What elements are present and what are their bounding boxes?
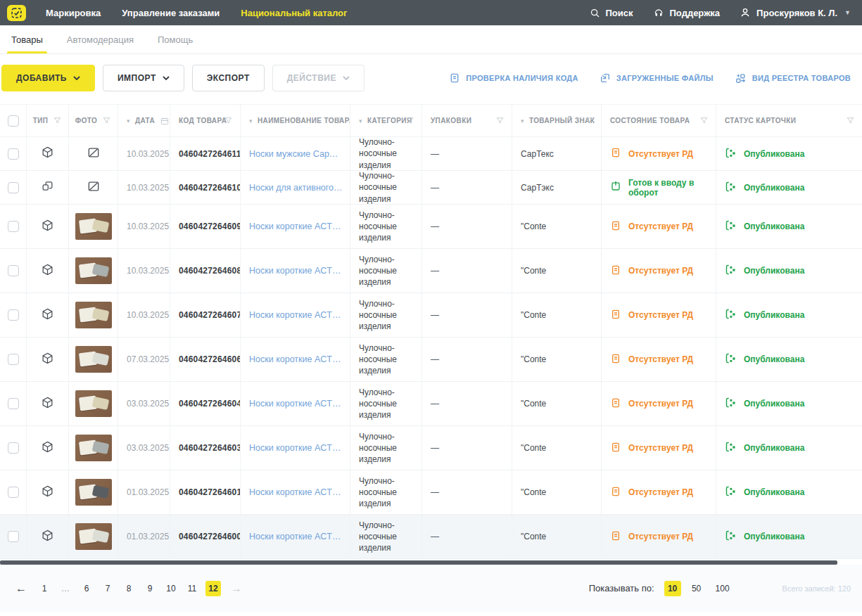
per-page-option[interactable]: 50: [688, 581, 705, 596]
per-page-controls: Показывать по: 1050100 Всего записей: 12…: [589, 581, 851, 596]
product-photo-thumbnail[interactable]: [75, 435, 112, 461]
category-value: Чулочно-носочные изделия: [359, 254, 414, 288]
product-photo-thumbnail[interactable]: [75, 213, 112, 240]
column-header-type[interactable]: ТИП: [27, 105, 69, 136]
row-checkbox[interactable]: [8, 309, 19, 321]
product-photo-thumbnail[interactable]: [75, 257, 112, 284]
search-button[interactable]: Поиск: [590, 8, 633, 18]
column-header-status[interactable]: СТАТУС КАРТОЧКИ: [716, 105, 862, 136]
product-name-link[interactable]: Носки мужские СарТекс В-27: [249, 149, 343, 159]
column-header-date[interactable]: ▾ДАТА: [118, 105, 170, 136]
per-page-option[interactable]: 100: [712, 581, 733, 596]
tab-помощь[interactable]: Помощь: [158, 25, 193, 53]
product-name-link[interactable]: Носки короткие ACTIVE 18с…: [249, 266, 343, 276]
products-table: ТИПФОТО▾ДАТАКОД ТОВАРА▾НАИМЕНОВАНИЕ ТОВА…: [0, 104, 862, 559]
product-name-link[interactable]: Носки короткие ACTIVE 18с…: [249, 443, 343, 453]
filter-icon[interactable]: [224, 116, 233, 125]
row-checkbox[interactable]: [8, 398, 19, 409]
page-number[interactable]: 11: [184, 581, 200, 596]
trademark-cell: "Conte: [512, 205, 602, 248]
page-number[interactable]: 8: [121, 581, 137, 596]
tab-товары[interactable]: Товары: [11, 25, 43, 53]
published-card-icon: [725, 264, 737, 278]
row-checkbox[interactable]: [8, 221, 19, 232]
packages-value: —: [431, 532, 439, 541]
status-label: Опубликована: [744, 532, 804, 541]
status-cell: Опубликована: [716, 205, 862, 248]
product-name-link[interactable]: Носки короткие ACTIVE 18с…: [249, 222, 343, 231]
filter-icon[interactable]: [405, 116, 414, 125]
product-name-link[interactable]: Носки короткие ACTIVE 18с…: [249, 310, 343, 320]
status-cell: Опубликована: [716, 171, 862, 204]
prev-page-arrow-icon[interactable]: ←: [11, 582, 31, 595]
row-checkbox[interactable]: [8, 182, 19, 193]
page-number[interactable]: 6: [79, 581, 94, 596]
product-photo-thumbnail[interactable]: [75, 523, 112, 550]
page-number[interactable]: 12: [205, 581, 221, 596]
filter-icon[interactable]: [102, 116, 111, 125]
quick-link[interactable]: ЗАГРУЖЕННЫЕ ФАЙЛЫ: [600, 72, 714, 84]
quick-link[interactable]: ВИД РЕЕСТРА ТОВАРОВ: [735, 72, 851, 84]
row-checkbox[interactable]: [8, 265, 19, 276]
filter-icon[interactable]: [846, 116, 855, 125]
column-header-category[interactable]: ▾КАТЕГОРИЯ: [350, 105, 422, 136]
action-button[interactable]: ДЕЙСТВИЕ: [272, 65, 365, 91]
photo-cell: [69, 470, 118, 514]
brand-logo-icon[interactable]: [7, 5, 26, 21]
column-header-photo[interactable]: ФОТО: [69, 105, 118, 136]
support-button[interactable]: Поддержка: [653, 7, 721, 18]
export-button[interactable]: ЭКСПОРТ: [192, 65, 265, 91]
product-name-link[interactable]: Носки короткие ACTIVE 18с…: [249, 532, 343, 541]
product-photo-thumbnail[interactable]: [75, 302, 112, 328]
column-header-packages[interactable]: УПАКОВКИ: [422, 105, 512, 136]
column-label: УПАКОВКИ: [431, 117, 471, 124]
filter-icon[interactable]: [334, 116, 343, 125]
select-all-checkbox[interactable]: [8, 115, 19, 127]
column-header-content: ТИП: [33, 117, 49, 124]
product-photo-thumbnail[interactable]: [75, 479, 112, 506]
page-number[interactable]: 1: [37, 581, 52, 596]
filter-icon[interactable]: [495, 116, 505, 125]
import-button[interactable]: ИМПОРТ: [103, 65, 184, 91]
column-header-state[interactable]: СОСТОЯНИЕ ТОВАРА: [602, 105, 716, 136]
filter-icon[interactable]: [699, 116, 709, 125]
product-photo-thumbnail[interactable]: [75, 346, 112, 373]
quick-link[interactable]: ПРОВЕРКА НАЛИЧИЯ КОДА: [449, 72, 578, 84]
filter-icon[interactable]: [53, 116, 62, 125]
type-cell: [27, 338, 69, 381]
status-cell: Опубликована: [716, 137, 862, 170]
calendar-icon[interactable]: [160, 116, 170, 126]
nav-item-link[interactable]: Управление заказами: [122, 8, 220, 18]
nav-item-link[interactable]: Маркировка: [46, 8, 101, 18]
column-header-name[interactable]: ▾НАИМЕНОВАНИЕ ТОВАРА: [241, 105, 350, 136]
row-checkbox[interactable]: [8, 354, 19, 365]
column-label: ДАТА: [135, 117, 155, 124]
page-number[interactable]: 10: [163, 581, 179, 596]
per-page-option[interactable]: 10: [664, 581, 681, 596]
column-header-code[interactable]: КОД ТОВАРА: [170, 105, 241, 136]
row-checkbox[interactable]: [8, 487, 19, 498]
user-menu[interactable]: Проскуряков К. Л. ▼: [740, 7, 851, 18]
row-checkbox[interactable]: [8, 531, 19, 542]
state-label: Отсутствует РД: [628, 354, 693, 364]
nav-item-active[interactable]: Национальный каталог: [241, 8, 347, 18]
product-name-link[interactable]: Носки короткие ACTIVE 18с…: [249, 354, 343, 364]
column-header-trademark[interactable]: ▾ТОВАРНЫЙ ЗНАК: [512, 105, 602, 136]
page-number[interactable]: 9: [142, 581, 158, 596]
per-page-options: 1050100: [664, 581, 740, 596]
add-button[interactable]: ДОБАВИТЬ: [1, 65, 95, 91]
product-name-link[interactable]: Носки короткие ACTIVE 18с…: [249, 487, 343, 497]
page-number[interactable]: 7: [100, 581, 115, 596]
product-photo-thumbnail[interactable]: [75, 390, 112, 417]
product-name-link[interactable]: Носки для активного отдых…: [249, 183, 343, 193]
row-checkbox[interactable]: [8, 148, 19, 160]
date-cell: 03.03.2025: [118, 382, 170, 425]
next-page-arrow-icon[interactable]: →: [227, 582, 246, 595]
headset-icon: [653, 7, 664, 18]
product-name-link[interactable]: Носки короткие ACTIVE 18с…: [249, 399, 343, 409]
trademark-value: СарТекс: [521, 149, 554, 159]
table-row: 10.03.202504604272646117Носки мужские Са…: [0, 137, 862, 171]
filter-icon[interactable]: [585, 116, 594, 125]
row-checkbox[interactable]: [8, 442, 19, 454]
tab-автомодерация[interactable]: Автомодерация: [67, 25, 134, 53]
